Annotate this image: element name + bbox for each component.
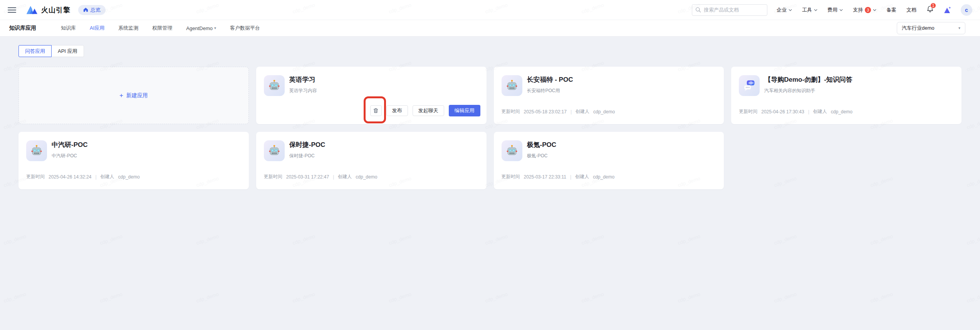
creator-label: 创建人 bbox=[813, 108, 827, 115]
watermark: cdp_demo bbox=[3, 291, 27, 304]
app-card-title: 英语学习 bbox=[289, 75, 480, 84]
volcengine-logo-icon[interactable] bbox=[26, 5, 38, 15]
watermark: cdp_demo bbox=[3, 233, 27, 246]
app-card-subtitle: 保时捷-POC bbox=[289, 153, 480, 159]
updated-time: 2025-03-31 17:22:47 bbox=[286, 174, 329, 180]
app-card-title: 中汽研-POC bbox=[52, 140, 243, 149]
robot-icon bbox=[268, 79, 280, 92]
hamburger-menu-icon[interactable] bbox=[8, 7, 16, 13]
watermark: cdp_demo bbox=[966, 233, 980, 246]
menu-item-tools[interactable]: 工具 bbox=[802, 7, 817, 13]
watermark: cdp_demo bbox=[292, 233, 315, 246]
create-app-card[interactable]: + 新建应用 bbox=[18, 67, 249, 124]
app-card-footer: 更新时间 2025-05-18 23:02:17 | 创建人 cdp_demo bbox=[502, 108, 615, 115]
menu-item-icp[interactable]: 备案 bbox=[886, 7, 896, 13]
creator-label: 创建人 bbox=[575, 173, 589, 180]
menu-item-billing[interactable]: 费用 bbox=[827, 7, 843, 13]
home-icon bbox=[83, 7, 88, 12]
app-card[interactable]: 长安福特 - POC 长安福特POC用 更新时间 2025-05-18 23:0… bbox=[494, 67, 724, 124]
publish-button[interactable]: 发布 bbox=[386, 105, 408, 116]
brand-title: 火山引擎 bbox=[41, 5, 70, 15]
updated-time: 2025-03-17 22:33:11 bbox=[524, 174, 567, 180]
delete-app-button[interactable] bbox=[370, 105, 382, 116]
menu-item-enterprise[interactable]: 企业 bbox=[777, 7, 792, 13]
caret-down-icon: ▾ bbox=[958, 26, 960, 30]
app-card[interactable]: 【导购Demo-勿删】-知识问答 汽车相关内容的知识助手 更新时间 2025-0… bbox=[731, 67, 962, 124]
topbar-icons: 1 c bbox=[926, 4, 972, 16]
nav-item-knowledge-base[interactable]: 知识库 bbox=[61, 25, 76, 32]
watermark: cdp_demo bbox=[966, 175, 980, 188]
creator-label: 创建人 bbox=[576, 108, 589, 115]
menu-item-docs[interactable]: 文档 bbox=[906, 7, 916, 13]
updated-label: 更新时间 bbox=[502, 173, 520, 180]
app-card-subtitle: 极氪-POC bbox=[527, 153, 718, 159]
support-count-badge: 3 bbox=[865, 7, 871, 13]
robot-icon bbox=[506, 145, 518, 157]
footer-separator: | bbox=[570, 174, 571, 180]
watermark: cdp_demo bbox=[99, 233, 123, 246]
chevron-down-icon bbox=[839, 9, 843, 11]
app-card[interactable]: 保时捷-POC 保时捷-POC 更新时间 2025-03-31 17:22:47… bbox=[256, 132, 487, 189]
creator-name: cdp_demo bbox=[593, 109, 615, 114]
search-input[interactable] bbox=[692, 4, 767, 16]
card-actions: 发布 发起聊天 编辑应用 bbox=[370, 105, 480, 116]
nav-item-cdp[interactable]: 客户数据平台 bbox=[230, 25, 260, 32]
overview-badge[interactable]: 总览 bbox=[78, 5, 106, 15]
workspace-select[interactable]: 汽车行业demo ▾ bbox=[897, 22, 965, 34]
caret-down-icon: ▾ bbox=[214, 26, 216, 30]
watermark: cdp_demo bbox=[195, 233, 219, 246]
notifications-button[interactable]: 1 bbox=[926, 5, 934, 14]
app-card-footer: 更新时间 2025-03-17 22:33:11 | 创建人 cdp_demo bbox=[502, 173, 615, 180]
updated-label: 更新时间 bbox=[264, 173, 282, 180]
nav-item-ai-apps[interactable]: AI应用 bbox=[90, 25, 104, 32]
topbar: 火山引擎 总览 企业 工具 费用 支持 3 bbox=[0, 0, 980, 20]
edit-app-button[interactable]: 编辑应用 bbox=[449, 105, 480, 116]
watermark: cdp_demo bbox=[966, 60, 980, 72]
notification-count-badge: 1 bbox=[930, 3, 936, 8]
nav-item-monitoring[interactable]: 系统监测 bbox=[118, 25, 138, 32]
user-avatar[interactable]: c bbox=[961, 4, 972, 16]
nav-item-permissions[interactable]: 权限管理 bbox=[152, 25, 172, 32]
start-chat-button[interactable]: 发起聊天 bbox=[413, 105, 444, 116]
chevron-down-icon bbox=[789, 9, 792, 11]
ai-assistant-icon[interactable] bbox=[943, 6, 951, 13]
topbar-menu: 企业 工具 费用 支持 3 备案 文档 bbox=[777, 7, 916, 13]
app-icon-tile bbox=[739, 75, 760, 96]
robot-icon bbox=[506, 79, 518, 92]
app-card[interactable]: 中汽研-POC 中汽研-POC 更新时间 2025-04-26 14:32:24… bbox=[18, 132, 249, 189]
app-card[interactable]: 极氪-POC 极氪-POC 更新时间 2025-03-17 22:33:11 |… bbox=[494, 132, 724, 189]
app-card-subtitle: 中汽研-POC bbox=[52, 153, 243, 159]
product-search bbox=[692, 4, 767, 16]
chevron-down-icon bbox=[814, 9, 817, 11]
workspace-select-value: 汽车行业demo bbox=[902, 25, 935, 32]
watermark: cdp_demo bbox=[773, 291, 797, 304]
tab-api-apps[interactable]: API 应用 bbox=[51, 45, 84, 57]
overview-label: 总览 bbox=[91, 7, 101, 13]
watermark: cdp_demo bbox=[388, 233, 412, 246]
watermark: cdp_demo bbox=[581, 233, 604, 246]
creator-label: 创建人 bbox=[101, 173, 114, 180]
updated-label: 更新时间 bbox=[739, 108, 757, 115]
app-card-footer: 更新时间 2025-04-26 14:32:24 | 创建人 cdp_demo bbox=[26, 173, 140, 180]
subnav-items: 知识库 AI应用 系统监测 权限管理 AgentDemo ▾ 客户数据平台 bbox=[61, 25, 260, 32]
app-icon-tile bbox=[264, 140, 285, 161]
watermark: cdp_demo bbox=[195, 291, 219, 304]
updated-time: 2025-04-26 14:32:24 bbox=[49, 174, 91, 180]
create-app-label: 新建应用 bbox=[126, 92, 148, 99]
tab-qa-apps[interactable]: 问答应用 bbox=[18, 45, 52, 57]
watermark: cdp_demo bbox=[484, 291, 508, 304]
nav-item-agent-demo[interactable]: AgentDemo ▾ bbox=[186, 25, 216, 31]
app-card-title: 保时捷-POC bbox=[289, 140, 480, 149]
footer-separator: | bbox=[95, 174, 96, 180]
app-icon-tile bbox=[26, 140, 47, 161]
plus-icon: + bbox=[119, 92, 123, 99]
chevron-down-icon bbox=[873, 9, 876, 11]
watermark: cdp_demo bbox=[966, 118, 980, 130]
updated-label: 更新时间 bbox=[502, 108, 520, 115]
watermark: cdp_demo bbox=[581, 291, 604, 304]
creator-name: cdp_demo bbox=[356, 174, 377, 180]
app-card[interactable]: 英语学习 英语学习内容 发布 发起聊天 编辑应用 bbox=[256, 67, 487, 124]
menu-item-support[interactable]: 支持 3 bbox=[853, 7, 876, 13]
watermark: cdp_demo bbox=[773, 233, 797, 246]
updated-label: 更新时间 bbox=[26, 173, 45, 180]
